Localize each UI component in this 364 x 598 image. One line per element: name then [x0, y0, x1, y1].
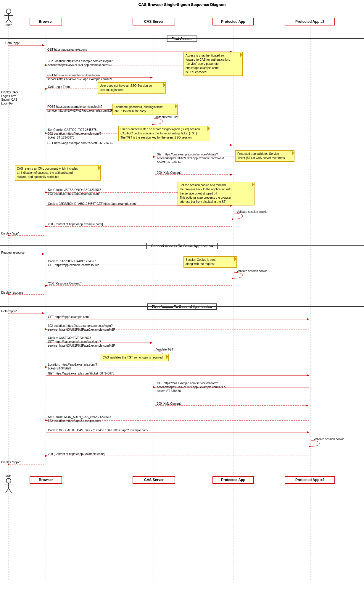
label-get-app: GET https://app.example.com/ [47, 48, 87, 51]
svg-line-47 [9, 488, 12, 493]
lifeline-browser-bottom: Browser [30, 476, 62, 484]
actor-user-bottom: user [1, 474, 16, 493]
label-200-xml-2: 200 [XML Content] [157, 402, 181, 405]
label-auth-user: Authenticate user [155, 115, 178, 119]
label-get-service-validate: GET https://cas.example.com/serviceValid… [157, 152, 224, 164]
svg-point-43 [6, 478, 11, 483]
label-post-cas: POST https://cas.example.com/cas/login?s… [47, 105, 113, 112]
lifeline-cas-bottom: CAS Server [133, 476, 175, 484]
label-cookie-jsession-resource: Cookie: JSESSIONID=ABC1234567GET https:/… [48, 259, 99, 267]
label-set-cookie-castgc: Set-Cookie: CASTGC=TGT-2345678302 Locati… [48, 128, 101, 139]
label-200-content: 200 [Content of https://app.example.com/… [48, 223, 103, 226]
lifeline-app2-bottom: Protected App #2 [285, 476, 335, 484]
note-cas-validates-tgt: CAS validates the TGT so no login is req… [101, 354, 169, 361]
lifeline-browser-top: Browser [30, 18, 62, 25]
note-sso-session-created: User is authenticated so create Single-s… [118, 126, 210, 141]
lifeline-app1-top: Protected App [212, 18, 254, 25]
label-goto-app2: Goto *app2* [1, 310, 17, 313]
label-validate-session-app2: Validate session cookie [314, 438, 344, 441]
label-cookie-castgc-get: Cookie: CASTGC=TGT-2345678GET https://ca… [48, 336, 115, 348]
svg-line-42 [9, 19, 12, 23]
note-no-sso-session: User does not have an SSO Session sopres… [98, 82, 166, 94]
label-get-app2: GET https://app2.example.com/ [48, 315, 89, 319]
diagram-title: CAS Browser Single-Signon Sequence Diagr… [0, 2, 364, 7]
label-200-resource: *200 [Resource Content]* [48, 282, 81, 285]
label-get-ticket: GET https://app.example.com/?ticket=ST-1… [47, 142, 115, 145]
note-unauthenticated: Access is unauthenticated soforward to C… [183, 52, 243, 76]
lifeline-cas-top: CAS Server [133, 18, 175, 25]
label-display-app2: Display *app2* [1, 461, 21, 464]
label-get-cas-login: GET https://cas.example.com/cas/login?se… [47, 73, 113, 81]
note-set-session-forward: Set the session cookie and forwardthe br… [178, 182, 255, 205]
label-cas-login-form: CAS Login Form [48, 85, 70, 89]
label-cookie-jsession-get: Cookie: JSESSIONID=ABC1234567 GET https:… [48, 202, 136, 205]
lifeline-app2-top: Protected App #2 [285, 18, 335, 25]
actor-user-label-top: user [1, 23, 16, 27]
actor-user-top: user [1, 8, 16, 27]
note-session-cookie-sent: Session Cookie is sentalong with the req… [183, 256, 237, 268]
svg-line-46 [6, 488, 9, 493]
note-validate-st: Protected app validates ServiceTicket (S… [235, 150, 294, 162]
label-validate-session: Validate session cookie [237, 210, 268, 213]
svg-line-41 [6, 19, 9, 23]
label-302-app2: 302 Location: https://cas.example.com/ca… [48, 324, 115, 332]
label-set-cookie-jsession: Set-Cookie: JSESSIONID=ABC1234567302 Loc… [48, 188, 101, 196]
label-200-xml: 200 [XML Content] [157, 171, 181, 174]
label-location-ticket: Location: https://app2.example.com/?tick… [48, 363, 97, 370]
label-get-service-validate-2: GET https://cas.example.com/serviceValid… [157, 381, 226, 393]
label-submit-cas: Submit CASLogin Form [1, 98, 29, 105]
label-200-content-app2: 200 [Content of https://app2.example.com… [48, 452, 104, 456]
label-cookie-mod-auth-get: Cookie: MOD_AUTH_CAS_S=XYZ1234567 GET ht… [48, 429, 148, 432]
label-display-cas-login: Display CASLogin Form [1, 90, 29, 98]
note-cas-xml: CAS returns an XML document which includ… [15, 165, 101, 181]
label-goto-app: Goto *app* [5, 41, 20, 45]
label-validate-session-2: Validate session cookie [237, 269, 268, 273]
label-request-resource: Request resource [1, 251, 25, 254]
label-302-redirect: 302 Location: https://cas.example.com/ca… [48, 59, 113, 67]
section-second-access-label: Second Access To Same Application [146, 243, 218, 249]
label-set-cookie-mod-auth: Set-Cookie: MOD_AUTH_CAS_S=XYZ1234567302… [48, 415, 111, 423]
actor-user-label-bottom: user [1, 474, 16, 477]
note-post-body: username, password, and login ticketare … [112, 104, 178, 115]
section-third-access-label: First Access To Second Application [147, 303, 217, 310]
lifeline-app1-bottom: Protected App [212, 476, 254, 484]
label-display-app: Display *app* [1, 232, 19, 235]
label-get-app2-ticket: GET https://app2.example.com/?ticket=ST-… [48, 372, 114, 375]
label-validate-tgt: Validate TGT [156, 348, 173, 351]
svg-point-38 [6, 9, 11, 14]
section-first-access-label: First Access [167, 36, 197, 42]
label-display-resource: Display resource [1, 291, 23, 294]
